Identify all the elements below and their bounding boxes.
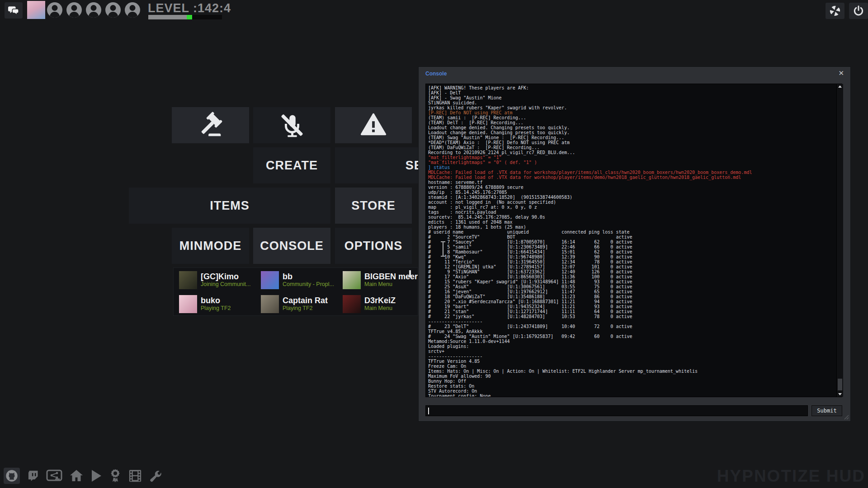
store-button[interactable]: STORE — [335, 188, 412, 224]
console-line: # 20 ".xio #SerdecznaTarcza" [U:1:168887… — [428, 299, 840, 304]
friend-name: buko — [201, 296, 231, 305]
friend-tile[interactable]: [GC]Kimo Joining Communit... — [174, 268, 255, 292]
console-input[interactable] — [425, 405, 808, 416]
console-line: TFTrue v4.85, AnAkkk — [428, 329, 840, 334]
console-line: # 24 "Swag "Austin" Mione" [U:1:16792583… — [428, 334, 840, 339]
twitch-icon[interactable] — [27, 469, 39, 483]
wrench-icon[interactable] — [149, 469, 162, 483]
friend-slot-avatar[interactable] — [66, 2, 82, 18]
scroll-down-icon[interactable] — [838, 393, 842, 395]
console-line: # 5 "samii" [U:1:230673489] 22:46 66 0 a… — [428, 244, 840, 249]
friend-tile[interactable]: D3rKeiZ Main Menu — [337, 292, 419, 316]
vote-button[interactable] — [172, 107, 249, 143]
console-line: (TEAM) samii : [P-REC] Recording... — [428, 115, 840, 120]
scroll-up-icon[interactable] — [838, 85, 842, 88]
console-line: Freeze Cam: On — [428, 364, 840, 369]
console-line: Recording to 20210926_2124_pl_vigil_rc7_… — [428, 150, 840, 155]
friend-slot-avatar[interactable] — [86, 2, 101, 18]
friend-name: Captain Rat — [283, 296, 328, 305]
console-line: # 22 "jyrkas" [U:1:48284703] 10:53 78 0 … — [428, 314, 840, 319]
console-line: # 25 "AsuX" [U:1:30067561] 03:55 75 0 ac… — [428, 284, 840, 289]
friend-avatar — [261, 295, 279, 313]
console-line: jyrkas killed rubers "Kaper" swagrid wit… — [428, 105, 840, 110]
teamfortress-tv-icon[interactable] — [46, 469, 62, 483]
console-line: Loadout change denied. Changing presets … — [428, 125, 840, 130]
chat-bubbles-icon — [8, 6, 19, 15]
friend-slot-avatar[interactable] — [47, 2, 62, 18]
friend-name: [GC]Kimo — [201, 272, 250, 281]
console-line: # 23 "DelT" [U:1:243741809] 10:40 72 0 a… — [428, 324, 840, 329]
console-line: # 18 "DaFuQWiZaT" [U:1:35486188] 11:23 8… — [428, 294, 840, 299]
console-line: version : 6788809/24 6788809 secure — [428, 185, 840, 190]
friend-slot-avatar[interactable] — [105, 2, 121, 18]
level-label: LEVEL :142:4 — [148, 1, 231, 15]
quit-button[interactable] — [849, 3, 868, 19]
chat-button[interactable] — [5, 2, 23, 19]
friend-tile[interactable]: Captain Rat Playing TF2 — [255, 292, 337, 316]
friend-tile[interactable]: buko Playing TF2 — [174, 292, 255, 316]
console-line: [AFK] - DelT — [428, 90, 840, 95]
friend-slot-avatar[interactable] — [125, 2, 140, 18]
alerts-button[interactable] — [335, 107, 412, 143]
friend-tile[interactable]: bb Community - Propl... — [255, 268, 337, 292]
friend-avatar — [343, 295, 361, 313]
console-line: players : 18 humans, 1 bots (25 max) — [428, 225, 840, 230]
console-button[interactable]: CONSOLE — [253, 228, 330, 264]
mute-button[interactable] — [253, 107, 330, 143]
friends-list: [GC]Kimo Joining Communit... bb Communit… — [173, 267, 418, 316]
console-line: sourcetv: 85.14.245.176:27085, delay 90.… — [428, 215, 840, 220]
github-link[interactable] — [4, 468, 20, 484]
console-line: Loadout change denied. Changing presets … — [428, 130, 840, 135]
console-line: Bunny Hop: Off — [428, 379, 840, 384]
console-line: # 10 "Kwq" [U:1:96748980] 12:39 90 0 act… — [428, 254, 840, 259]
home-icon[interactable] — [69, 469, 84, 483]
close-icon[interactable]: ✕ — [838, 69, 844, 77]
console-line: TFTrue Version 4.85 — [428, 359, 840, 364]
console-line: -------------------- — [428, 319, 840, 324]
console-scrollbar-thumb[interactable] — [838, 379, 842, 390]
console-line: edicts : 1361 used of 2048 max — [428, 220, 840, 225]
friends-scrollbar-thumb[interactable] — [409, 270, 411, 277]
console-line: # 8 "Rambosaur" [U:1:66415434] 15:01 62 … — [428, 249, 840, 254]
friend-tile[interactable]: BIGBEN meer Main Menu — [337, 268, 419, 292]
level-progress-marker — [187, 15, 192, 19]
console-line: (TEAM) DelT : [P-REC] Recording... — [428, 120, 840, 125]
play-icon[interactable] — [90, 469, 102, 483]
friend-status: Main Menu — [364, 305, 396, 312]
items-button[interactable]: ITEMS — [129, 188, 330, 224]
tf2-hypnotize-hud: LEVEL :142:4 — [0, 0, 868, 488]
friend-name: bb — [283, 272, 334, 281]
random-class-button[interactable] — [826, 3, 844, 19]
console-line: Tournament config: None — [428, 394, 840, 397]
friend-status: Community - Propl... — [283, 281, 334, 288]
github-icon — [5, 469, 19, 483]
console-line: "mat_filterlightmaps" = "1" — [428, 155, 840, 160]
submit-button[interactable]: Submit — [811, 405, 842, 416]
friend-status: Playing TF2 — [283, 305, 328, 312]
options-button[interactable]: OPTIONS — [335, 228, 412, 264]
console-line: hostname: serveme.tf — [428, 180, 840, 185]
console-line: Loaded plugins: — [428, 344, 840, 349]
console-line: # 11 "Tercio" [U:1:31964550] 12:34 78 0 … — [428, 259, 840, 264]
user-avatar[interactable] — [27, 1, 45, 19]
console-line: "mat_filterlightmaps" = "0" ( def. "1" ) — [428, 160, 840, 165]
console-scrollbar[interactable] — [836, 84, 843, 397]
console-line: Restore stats: On — [428, 384, 840, 389]
friend-status: Playing TF2 — [201, 305, 231, 312]
console-line: # 7 "Saucey" [U:1:87005070] 16:14 62 0 a… — [428, 239, 840, 244]
minmode-button[interactable]: MINMODE — [172, 228, 249, 264]
console-line: # userid name uniqueid connected ping lo… — [428, 230, 840, 235]
resize-gripper[interactable] — [842, 413, 849, 420]
minmode-label: MINMODE — [179, 239, 242, 253]
items-label: ITEMS — [210, 199, 250, 213]
create-server-button[interactable]: CREATE — [253, 147, 330, 183]
friend-info: [GC]Kimo Joining Communit... — [201, 272, 250, 288]
award-ribbon-icon[interactable] — [109, 469, 122, 483]
console-line: [AFK] WARNING! These players are AFK: — [428, 85, 840, 90]
film-icon[interactable] — [128, 469, 142, 483]
pinwheel-icon — [829, 5, 841, 17]
console-line: -------------------- — [428, 354, 840, 359]
console-line: # 16 "jeven" [U:1:197662912] 11:47 65 0 … — [428, 289, 840, 294]
console-output[interactable]: [AFK] WARNING! These players are AFK:[AF… — [425, 84, 842, 397]
console-line: # 19 "bart" [U:1:94352324] 11:21 93 0 ac… — [428, 304, 840, 309]
